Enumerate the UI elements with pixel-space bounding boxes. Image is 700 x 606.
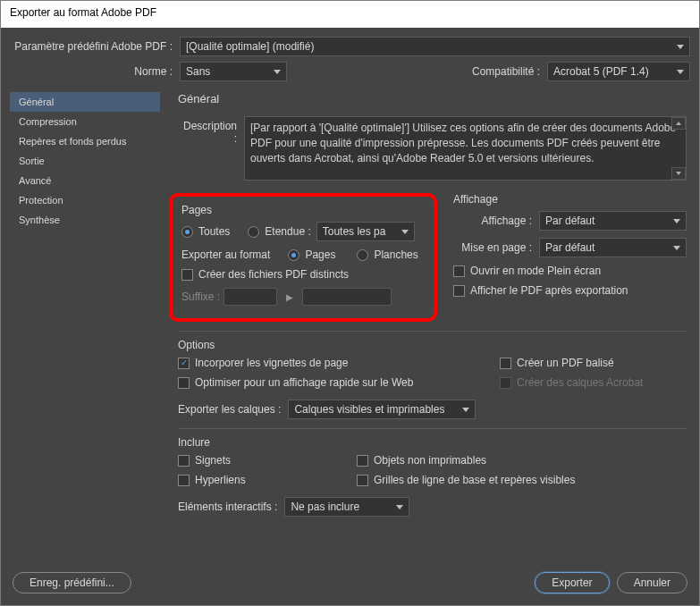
preset-select[interactable]: [Qualité optimale] (modifié) bbox=[180, 37, 690, 56]
export-as-label: Exporter au format bbox=[181, 248, 270, 261]
scroll-down-icon[interactable] bbox=[671, 167, 686, 180]
interactive-select[interactable]: Ne pas inclure bbox=[284, 497, 409, 517]
pages-group: Pages Toutes Etendue : Toutes les pa Exp bbox=[169, 193, 437, 322]
arrow-right-icon: ▶ bbox=[281, 292, 299, 302]
sidebar-item-advanced[interactable]: Avancé bbox=[10, 171, 160, 190]
description-text: [Par rapport à '[Qualité optimale]'] Uti… bbox=[250, 122, 676, 164]
cancel-button[interactable]: Annuler bbox=[617, 572, 687, 593]
acrobat-layers-label: Créer des calques Acrobat bbox=[517, 376, 643, 389]
guides-checkbox[interactable] bbox=[357, 475, 368, 486]
pages-group-title: Pages bbox=[181, 204, 425, 216]
fullscreen-label: Ouvrir en mode Plein écran bbox=[470, 265, 601, 277]
pages-range-label: Etendue : bbox=[265, 225, 310, 238]
view-after-label: Afficher le PDF après exportation bbox=[470, 284, 628, 297]
tagged-checkbox[interactable] bbox=[500, 358, 511, 369]
pages-range-radio[interactable] bbox=[248, 226, 259, 238]
suffix-input-2[interactable] bbox=[302, 288, 392, 306]
export-pages-radio[interactable] bbox=[288, 249, 299, 261]
view-label: Affichage : bbox=[453, 215, 539, 227]
separate-files-label: Créer des fichiers PDF distincts bbox=[198, 268, 349, 281]
window-title: Exporter au format Adobe PDF bbox=[1, 1, 699, 28]
acrobat-layers-checkbox bbox=[500, 377, 511, 389]
sidebar-item-output[interactable]: Sortie bbox=[10, 151, 160, 171]
sidebar-item-general[interactable]: Général bbox=[10, 92, 160, 112]
sidebar-item-summary[interactable]: Synthèse bbox=[10, 210, 160, 230]
description-textarea[interactable]: [Par rapport à '[Qualité optimale]'] Uti… bbox=[244, 116, 687, 181]
export-spreads-label: Planches bbox=[374, 248, 417, 261]
options-group-title: Options bbox=[178, 339, 687, 351]
view-select[interactable]: Par défaut bbox=[539, 211, 687, 231]
save-preset-button[interactable]: Enreg. prédéfini... bbox=[13, 572, 131, 593]
export-pages-label: Pages bbox=[305, 248, 335, 261]
panel-title: Général bbox=[178, 92, 687, 105]
layout-label: Mise en page : bbox=[453, 241, 539, 254]
standard-label: Norme : bbox=[10, 65, 180, 78]
suffix-input-1[interactable] bbox=[223, 288, 277, 306]
compat-label: Compatibilité : bbox=[472, 65, 547, 78]
non-printing-checkbox[interactable] bbox=[357, 455, 368, 467]
view-after-checkbox[interactable] bbox=[453, 285, 465, 297]
display-group: Affichage Affichage : Par défaut Mise en… bbox=[453, 193, 687, 297]
layout-select[interactable]: Par défaut bbox=[539, 238, 687, 257]
export-spreads-radio[interactable] bbox=[357, 249, 368, 261]
preset-label: Paramètre prédéfini Adobe PDF : bbox=[10, 40, 180, 53]
export-layers-select[interactable]: Calques visibles et imprimables bbox=[288, 400, 476, 419]
interactive-label: Eléments interactifs : bbox=[178, 501, 284, 513]
display-group-title: Affichage bbox=[453, 193, 687, 206]
guides-label: Grilles de ligne de base et repères visi… bbox=[374, 474, 575, 486]
sidebar-item-security[interactable]: Protection bbox=[10, 190, 160, 210]
hyperlinks-label: Hyperliens bbox=[195, 474, 246, 486]
sidebar: Général Compression Repères et fonds per… bbox=[10, 92, 160, 566]
fullscreen-checkbox[interactable] bbox=[453, 265, 465, 277]
fast-web-checkbox[interactable] bbox=[178, 377, 190, 389]
bookmarks-checkbox[interactable] bbox=[178, 455, 190, 467]
sidebar-item-compression[interactable]: Compression bbox=[10, 112, 160, 131]
general-panel: Général Description : [Par rapport à '[Q… bbox=[160, 92, 690, 566]
pages-all-label: Toutes bbox=[198, 225, 230, 238]
hyperlinks-checkbox[interactable] bbox=[178, 475, 190, 486]
description-label: Description : bbox=[178, 116, 244, 145]
include-group: Inclure Signets Hyperliens bbox=[178, 436, 687, 517]
export-button[interactable]: Exporter bbox=[535, 572, 609, 593]
pages-range-select[interactable]: Toutes les pa bbox=[316, 222, 415, 241]
export-layers-label: Exporter les calques : bbox=[178, 403, 288, 416]
compat-select[interactable]: Acrobat 5 (PDF 1.4) bbox=[547, 62, 690, 81]
standard-select[interactable]: Sans bbox=[180, 62, 287, 81]
fast-web-label: Optimiser pour un affichage rapide sur l… bbox=[195, 376, 413, 389]
include-group-title: Inclure bbox=[178, 436, 687, 449]
options-group: Options Incorporer les vignettes de page… bbox=[178, 339, 687, 419]
thumbnails-label: Incorporer les vignettes de page bbox=[195, 357, 348, 369]
scroll-up-icon[interactable] bbox=[671, 117, 686, 130]
suffix-label: Suffixe : bbox=[181, 290, 220, 303]
bookmarks-label: Signets bbox=[195, 454, 231, 467]
dialog-footer: Enreg. prédéfini... Exporter Annuler bbox=[13, 572, 687, 593]
non-printing-label: Objets non imprimables bbox=[374, 454, 486, 467]
thumbnails-checkbox[interactable] bbox=[178, 358, 190, 369]
tagged-label: Créer un PDF balisé bbox=[517, 357, 614, 369]
separate-files-checkbox[interactable] bbox=[181, 269, 193, 281]
export-pdf-dialog: Exporter au format Adobe PDF Paramètre p… bbox=[0, 0, 700, 606]
sidebar-item-marks-bleeds[interactable]: Repères et fonds perdus bbox=[10, 131, 160, 151]
pages-all-radio[interactable] bbox=[181, 226, 193, 238]
